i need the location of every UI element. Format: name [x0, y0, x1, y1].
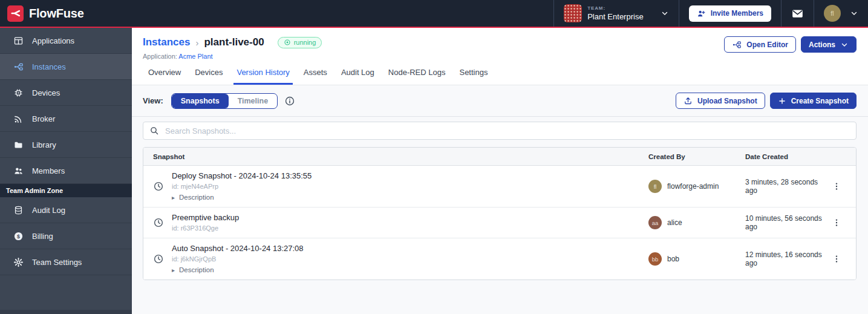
table-row-auto-snapshot-2024-10-24-13-27-08: Auto Snapshot - 2024-10-24 13:27:08 id: … — [143, 238, 856, 280]
snapshot-id: id: mjeN4eAPrp — [172, 183, 312, 191]
breadcrumb-instances-link[interactable]: Instances — [143, 36, 190, 48]
open-editor-button[interactable]: Open Editor — [724, 36, 796, 53]
members-icon — [13, 166, 24, 176]
caret-right-icon: ▸ — [172, 194, 175, 201]
flowfuse-app: FlowFuse TEAM: Plant Enterprise Invite M… — [0, 0, 868, 314]
description-toggle[interactable]: ▸ Description — [172, 194, 312, 201]
content-area: Snapshot Created By Date Created Deploy … — [132, 117, 868, 314]
table-row-deploy-snapshot-2024-10-24-13-35-55: Deploy Snapshot - 2024-10-24 13:35:55 id… — [143, 166, 856, 208]
top-header: FlowFuse TEAM: Plant Enterprise Invite M… — [0, 0, 868, 28]
upload-snapshot-button[interactable]: Upload Snapshot — [676, 93, 765, 109]
logo-text: FlowFuse — [29, 7, 84, 21]
running-icon — [284, 39, 291, 46]
application-line: Application: Acme Plant — [143, 53, 322, 60]
logo-fork-icon — [10, 7, 22, 19]
snapshot-id: id: j6kNGjrQpB — [172, 255, 304, 263]
snapshots-table: Snapshot Created By Date Created Deploy … — [143, 147, 857, 280]
kebab-menu-icon[interactable] — [832, 218, 841, 227]
sidebar-item-broker[interactable]: Broker — [0, 106, 132, 132]
flowfuse-logo[interactable]: FlowFuse — [0, 0, 84, 27]
chevron-down-icon — [840, 41, 849, 49]
table-body: Deploy Snapshot - 2024-10-24 13:35:55 id… — [143, 166, 856, 280]
user-plus-icon — [697, 9, 706, 18]
search-input[interactable] — [165, 126, 850, 136]
billing-icon: $ — [13, 231, 24, 241]
description-toggle[interactable]: ▸ Description — [172, 266, 304, 274]
instances-icon — [13, 62, 24, 72]
tab-assets[interactable]: Assets — [301, 68, 330, 85]
creator-avatar: bb — [648, 252, 662, 266]
main-panel: Instances › plant-live-00 running Applic… — [132, 28, 868, 314]
chevron-down-icon — [850, 9, 858, 18]
invite-members-button[interactable]: Invite Members — [689, 5, 771, 22]
snapshot-id: id: r63P316Qge — [172, 224, 239, 232]
breadcrumb-separator: › — [195, 38, 198, 48]
sidebar-admin-nav: Audit Log $ Billing Team Settings — [0, 197, 132, 275]
view-option-snapshots[interactable]: Snapshots — [172, 94, 229, 108]
sidebar-item-applications[interactable]: Applications — [0, 28, 132, 54]
page-head: Instances › plant-live-00 running Applic… — [132, 28, 868, 85]
sidebar-item-audit-log[interactable]: Audit Log — [0, 197, 132, 223]
snapshot-title: Deploy Snapshot - 2024-10-24 13:35:55 — [172, 171, 312, 181]
table-header: Snapshot Created By Date Created — [143, 148, 856, 166]
sidebar-item-library[interactable]: Library — [0, 132, 132, 158]
tab-settings[interactable]: Settings — [456, 68, 491, 85]
status-badge: running — [278, 37, 322, 48]
sidebar-bottom-strip — [0, 310, 132, 314]
tab-overview[interactable]: Overview — [145, 68, 184, 85]
application-link[interactable]: Acme Plant — [178, 53, 212, 60]
tab-audit-log[interactable]: Audit Log — [338, 68, 377, 85]
date-created: 12 minutes, 16 seconds ago — [745, 250, 832, 267]
creator-avatar: fl — [648, 180, 662, 193]
user-avatar: fl — [824, 5, 841, 22]
tab-node-red-logs[interactable]: Node-RED Logs — [385, 68, 449, 85]
sidebar-item-billing[interactable]: $ Billing — [0, 223, 132, 249]
sidebar: Applications Instances Devices Broker Li… — [0, 28, 132, 314]
column-snapshot: Snapshot — [153, 153, 648, 160]
chip-icon — [13, 88, 24, 98]
date-created: 3 minutes, 28 seconds ago — [745, 178, 832, 195]
date-created: 10 minutes, 56 seconds ago — [745, 214, 832, 231]
notifications-cell — [781, 0, 814, 27]
broker-icon — [13, 114, 24, 124]
user-menu[interactable]: fl — [814, 0, 868, 27]
column-created-by: Created By — [648, 153, 745, 160]
applications-icon — [13, 36, 24, 46]
sidebar-nav: Applications Instances Devices Broker Li… — [0, 28, 132, 184]
kebab-menu-icon[interactable] — [832, 182, 841, 191]
chevron-down-icon — [661, 9, 669, 18]
sidebar-item-devices[interactable]: Devices — [0, 80, 132, 106]
clock-icon — [153, 181, 164, 192]
snapshot-title: Preemptive backup — [172, 213, 239, 223]
tab-version-history[interactable]: Version History — [233, 68, 292, 85]
table-row-preemptive-backup: Preemptive backup id: r63P316Qge aa alic… — [143, 208, 856, 238]
kebab-menu-icon[interactable] — [832, 254, 841, 264]
view-toolbar: View: SnapshotsTimeline Upload Snapshot … — [132, 85, 868, 117]
column-date-created: Date Created — [745, 153, 832, 160]
team-selector[interactable]: TEAM: Plant Enterprise — [553, 0, 679, 27]
snapshot-title: Auto Snapshot - 2024-10-24 13:27:08 — [172, 244, 304, 253]
sidebar-item-instances[interactable]: Instances — [0, 54, 132, 80]
search-icon — [149, 126, 159, 136]
creator-name: flowforge-admin — [667, 182, 719, 191]
mail-icon[interactable] — [791, 7, 804, 20]
creator-name: alice — [667, 218, 682, 227]
clock-icon — [153, 253, 164, 264]
create-snapshot-button[interactable]: Create Snapshot — [770, 93, 857, 109]
gear-icon — [13, 257, 24, 267]
caret-right-icon: ▸ — [172, 266, 175, 274]
database-icon — [13, 205, 24, 215]
sidebar-item-members[interactable]: Members — [0, 158, 132, 184]
creator-avatar: aa — [648, 216, 662, 229]
team-admin-zone-label: Team Admin Zone — [0, 184, 132, 197]
clock-icon — [153, 217, 164, 228]
view-toggle: SnapshotsTimeline — [171, 93, 278, 109]
page-title: plant-live-00 — [204, 36, 264, 48]
info-icon[interactable] — [284, 96, 295, 106]
sidebar-item-team-settings[interactable]: Team Settings — [0, 249, 132, 275]
tab-devices[interactable]: Devices — [192, 68, 226, 85]
view-option-timeline[interactable]: Timeline — [229, 94, 277, 108]
invite-members-cell: Invite Members — [679, 0, 781, 27]
actions-button[interactable]: Actions — [801, 36, 857, 53]
search-bar — [143, 122, 857, 140]
